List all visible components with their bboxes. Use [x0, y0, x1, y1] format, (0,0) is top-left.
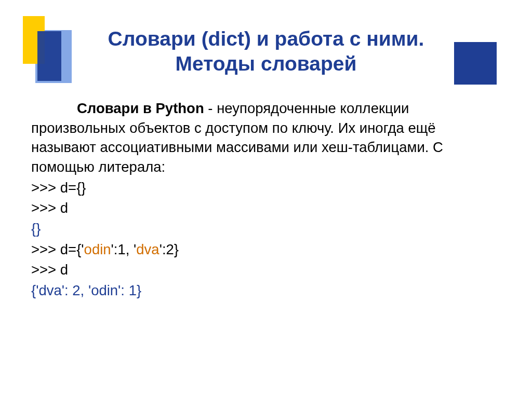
title-line-1: Словари (dict) и работа с ними. — [108, 28, 424, 50]
code-line-5: >>> d — [31, 260, 501, 280]
code-line-2: >>> d — [31, 198, 501, 218]
slide-title: Словари (dict) и работа с ними. Методы с… — [108, 26, 424, 77]
slide-body: Словари в Python - неупорядоченные колле… — [31, 99, 501, 300]
intro-paragraph: Словари в Python - неупорядоченные колле… — [31, 99, 501, 177]
code-line-1: >>> d={} — [31, 178, 501, 198]
intro-lead: Словари в Python — [77, 100, 204, 116]
code4-c: ':2} — [159, 241, 179, 257]
code4-s2: dva — [136, 241, 159, 257]
code4-a: >>> d={' — [31, 241, 84, 257]
title-line-2: Методы словарей — [176, 52, 357, 75]
slide-title-container: Словари (dict) и работа с ними. Методы с… — [0, 26, 532, 77]
code-line-3: {} — [31, 219, 501, 239]
code-line-4: >>> d={'odin':1, 'dva':2} — [31, 240, 501, 259]
code4-s1: odin — [84, 241, 111, 257]
code4-b: ':1, ' — [111, 241, 137, 257]
code-line-6: {'dva': 2, 'odin': 1} — [31, 281, 501, 300]
